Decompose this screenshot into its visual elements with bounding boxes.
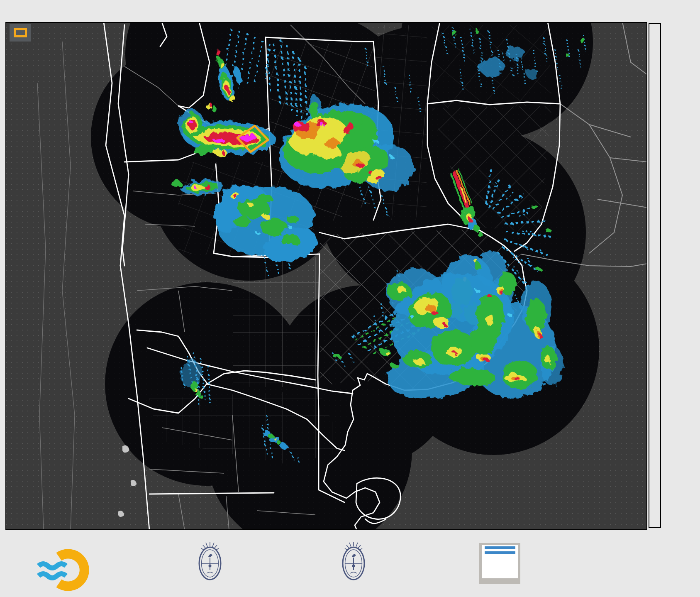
smn-logo-icon xyxy=(39,554,84,586)
footer-logos xyxy=(0,530,700,597)
inta-bar-2 xyxy=(485,551,515,554)
warning-label-box xyxy=(10,24,31,42)
colorbar-ticks xyxy=(649,23,700,528)
footer xyxy=(0,530,700,597)
economia-coat-icon xyxy=(343,542,364,580)
radar-mosaic-figure xyxy=(0,0,700,597)
inta-bar-1 xyxy=(485,546,515,549)
radar-map xyxy=(5,22,647,530)
defensa-coat-icon xyxy=(199,542,221,580)
inta-logo xyxy=(479,543,520,584)
